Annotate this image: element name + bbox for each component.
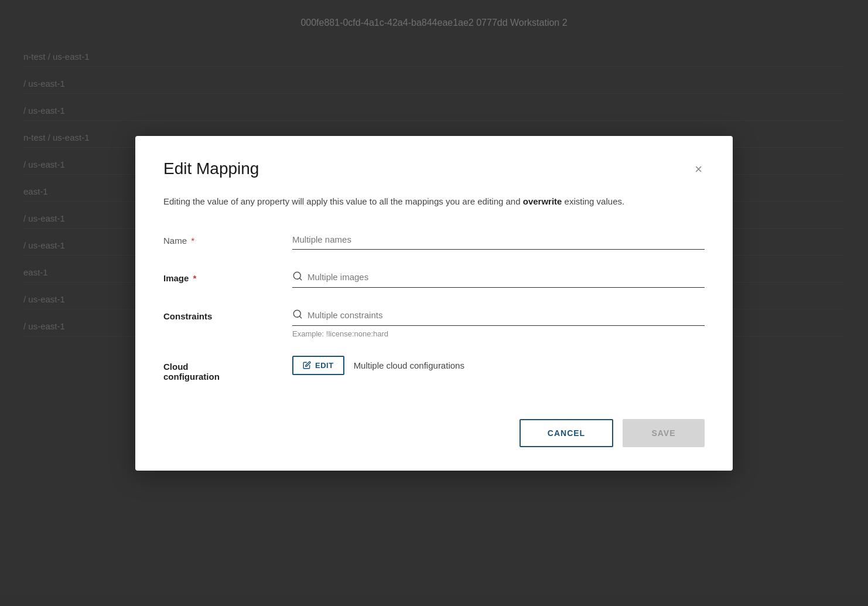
image-search-icon: [292, 271, 303, 284]
description-text-1: Editing the value of any property will a…: [163, 196, 523, 206]
name-input[interactable]: [292, 230, 705, 250]
cloud-config-field-row: Cloud configuration EDIT Multiple cloud …: [163, 356, 705, 382]
modal-footer: CANCEL SAVE: [163, 410, 705, 447]
constraints-search-icon: [292, 309, 303, 322]
constraints-input[interactable]: [307, 310, 705, 320]
edit-pencil-icon: [303, 361, 311, 369]
image-field: [292, 267, 705, 288]
cloud-config-label: Cloud configuration: [163, 356, 292, 382]
edit-button-label: EDIT: [315, 361, 334, 370]
description-text-2: existing values.: [562, 196, 624, 206]
modal-title: Edit Mapping: [163, 159, 259, 178]
constraints-field-row: Constraints Example: !license:none:hard: [163, 305, 705, 338]
description-bold: overwrite: [523, 196, 562, 206]
name-label: Name *: [163, 230, 292, 246]
svg-line-3: [299, 316, 301, 318]
svg-line-1: [299, 278, 301, 280]
close-icon: ×: [695, 162, 702, 176]
modal-close-button[interactable]: ×: [692, 161, 705, 178]
name-field-row: Name *: [163, 230, 705, 250]
name-field: [292, 230, 705, 250]
constraints-field: Example: !license:none:hard: [292, 305, 705, 338]
cloud-config-field: EDIT Multiple cloud configurations: [292, 356, 705, 375]
name-required: *: [189, 236, 194, 246]
image-label: Image *: [163, 267, 292, 283]
modal-overlay: Edit Mapping × Editing the value of any …: [0, 0, 868, 606]
constraints-label: Constraints: [163, 305, 292, 321]
save-button[interactable]: SAVE: [623, 419, 705, 447]
image-field-row: Image *: [163, 267, 705, 288]
cancel-button[interactable]: CANCEL: [520, 419, 613, 447]
image-input[interactable]: [307, 272, 705, 282]
edit-mapping-modal: Edit Mapping × Editing the value of any …: [135, 136, 733, 471]
modal-description: Editing the value of any property will a…: [163, 195, 705, 209]
constraints-hint: Example: !license:none:hard: [292, 329, 705, 338]
cloud-config-value: Multiple cloud configurations: [354, 360, 464, 370]
constraints-search-wrapper: [292, 305, 705, 326]
image-search-wrapper: [292, 267, 705, 288]
cloud-config-edit-button[interactable]: EDIT: [292, 356, 344, 375]
modal-header: Edit Mapping ×: [163, 159, 705, 178]
image-required: *: [190, 273, 196, 283]
cloud-config-row: EDIT Multiple cloud configurations: [292, 356, 705, 375]
